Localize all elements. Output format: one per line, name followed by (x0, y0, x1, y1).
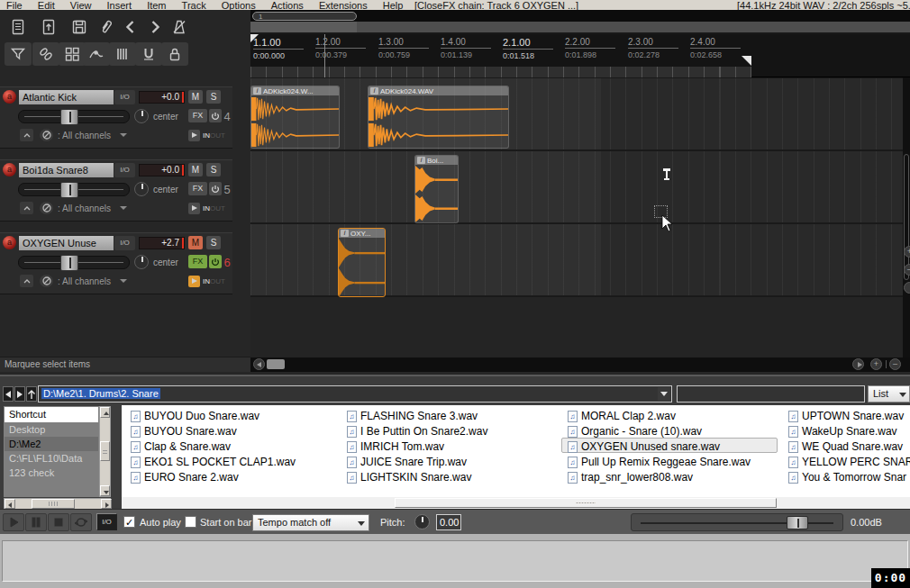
file-row[interactable]: ♫WakeUp Snare.wav (788, 424, 910, 439)
autoplay-checkbox-checked[interactable]: ✓ (123, 516, 135, 528)
metronome-button[interactable] (166, 15, 193, 39)
menu-track[interactable]: Track (176, 0, 213, 10)
preview-stop-button[interactable] (48, 513, 69, 531)
pan-knob[interactable] (134, 109, 149, 123)
explorer-path-value[interactable]: D:\Me2\1. Drums\2. Snare (41, 388, 160, 399)
file-row[interactable]: ♫Pull Up Remix Reggeae Snare.wav (568, 455, 779, 469)
route-button[interactable]: I/O (114, 163, 135, 177)
file-row[interactable]: ♫FLASHING Snare 3.wav (347, 409, 554, 423)
media-item-kick-2[interactable]: iADKick024.WAV (368, 86, 509, 149)
volume-readout[interactable]: +0.0 (139, 91, 185, 104)
preview-loop-button[interactable] (70, 513, 92, 531)
scroll-left-button[interactable] (253, 358, 265, 370)
vzoom-out-button[interactable]: – (904, 264, 910, 276)
arrange-scroll-thumb[interactable]: 1 (252, 12, 357, 21)
record-input-select[interactable]: : All channels (58, 276, 111, 286)
media-item-oxygen-snare-selected[interactable]: iOXY... (338, 228, 386, 297)
file-row[interactable]: ♫JUICE Snare Trip.wav (347, 455, 554, 469)
item-info-icon[interactable]: i (417, 157, 425, 164)
volume-fader[interactable] (18, 256, 130, 269)
volume-readout[interactable]: +2.7 (139, 237, 185, 249)
lock-button[interactable] (161, 42, 188, 66)
fx-bypass-button[interactable] (209, 182, 222, 195)
file-row[interactable]: ♫YELLOW PERC SNARE 2 (788, 455, 910, 469)
empty-arrange-area[interactable] (250, 297, 910, 357)
fader-handle[interactable] (60, 182, 78, 198)
monitor-mode-label[interactable]: INOUT (203, 277, 225, 285)
record-arm-button[interactable]: a (3, 236, 16, 249)
item-info-icon[interactable]: i (253, 87, 261, 95)
file-row[interactable]: ♫MORAL Clap 2.wav (568, 409, 779, 423)
undo-button[interactable] (117, 15, 144, 39)
menu-options[interactable]: Options (215, 0, 262, 10)
folder-collapse-button[interactable] (20, 275, 33, 287)
project-settings-button[interactable] (93, 15, 120, 39)
folder-collapse-button[interactable] (20, 202, 33, 214)
time-selection-end-marker[interactable] (742, 56, 751, 66)
mute-button[interactable]: M (188, 90, 203, 104)
pitch-knob[interactable] (414, 514, 430, 529)
preview-play-button[interactable] (3, 513, 24, 531)
explorer-up-button[interactable] (26, 386, 37, 402)
file-row[interactable]: ♫trap_snr_lower808.wav (568, 470, 779, 484)
shortcut-vscrollbar[interactable] (99, 406, 111, 497)
item-grouping-button[interactable] (32, 42, 59, 66)
folder-collapse-button[interactable] (20, 129, 33, 141)
zoom-in-button[interactable]: + (870, 358, 882, 370)
menu-actions[interactable]: Actions (265, 0, 310, 10)
menu-item[interactable]: Item (141, 0, 172, 10)
view-mode-dropdown[interactable]: List (868, 385, 910, 403)
phase-button[interactable] (40, 275, 53, 287)
route-button[interactable]: I/O (114, 90, 135, 104)
volume-fader[interactable] (18, 110, 130, 123)
menu-view[interactable]: View (64, 0, 98, 10)
volume-readout[interactable]: +0.0 (139, 164, 185, 176)
menu-edit[interactable]: Edit (32, 0, 61, 10)
arrange-vscrollbar[interactable] (903, 77, 910, 357)
open-project-button[interactable] (35, 15, 62, 39)
monitor-button[interactable] (188, 130, 200, 141)
fx-button[interactable]: FX (188, 109, 207, 122)
fader-handle[interactable] (60, 109, 78, 125)
preview-pause-button[interactable] (25, 513, 47, 531)
timeline-ruler[interactable]: 1.1.000:00.000 1.2.000:00.379 1.3.000:00… (250, 34, 910, 77)
file-row[interactable]: ♫BUYOU Snare.wav (131, 424, 338, 439)
crossfade-button[interactable] (109, 42, 136, 66)
file-row-selected[interactable]: ♫OXYGEN Unused snare.wav (568, 439, 779, 454)
monitor-mode-label[interactable]: INOUT (203, 131, 225, 140)
volume-fader[interactable] (18, 183, 130, 196)
file-list[interactable]: ♫BUYOU Duo Snare.wav ♫BUYOU Snare.wav ♫C… (122, 405, 910, 497)
record-input-select[interactable]: : All channels (58, 204, 111, 213)
menu-extensions[interactable]: Extensions (313, 0, 374, 10)
solo-button[interactable]: S (206, 163, 221, 176)
menu-file[interactable]: File (0, 0, 29, 10)
fx-button-active[interactable]: FX (188, 255, 207, 268)
record-arm-button[interactable]: a (3, 163, 16, 176)
arrange-view[interactable]: 1 1.1.000:00.000 1.2.000:00.379 1.3.000:… (250, 10, 910, 372)
vscroll-thumb[interactable] (904, 154, 909, 280)
pan-knob[interactable] (134, 255, 149, 269)
track-name-input[interactable]: Atlantic Kick (19, 90, 114, 104)
volume-slider-handle[interactable] (787, 516, 808, 529)
file-row[interactable]: ♫I Be Puttin On Snare2.wav (347, 424, 554, 439)
vzoom-reset-button[interactable] (904, 282, 910, 294)
ripple-edit-button[interactable] (59, 42, 86, 66)
pan-knob[interactable] (134, 182, 149, 196)
scroll-right-button[interactable] (101, 499, 112, 509)
menu-help[interactable]: Help (377, 0, 410, 10)
scroll-right-button[interactable] (852, 358, 864, 370)
media-item-boi1da-snare[interactable]: iBoi... (414, 155, 459, 223)
route-button[interactable]: I/O (114, 236, 135, 250)
vzoom-in-button[interactable]: + (904, 246, 910, 258)
snap-button[interactable] (135, 42, 162, 66)
preview-volume-slider[interactable] (631, 513, 843, 531)
monitor-button[interactable] (188, 203, 200, 214)
track-name-input[interactable]: OXYGEN Unuse (19, 236, 114, 250)
menu-insert[interactable]: Insert (101, 0, 139, 10)
mute-button-active[interactable]: M (188, 236, 203, 249)
track-lane-kick[interactable] (250, 78, 910, 150)
media-item-kick-1[interactable]: iADKick024.W... (250, 86, 340, 149)
phase-button[interactable] (40, 202, 53, 214)
file-row[interactable]: ♫Clap & Snare.wav (131, 439, 338, 454)
solo-button[interactable]: S (206, 90, 221, 104)
